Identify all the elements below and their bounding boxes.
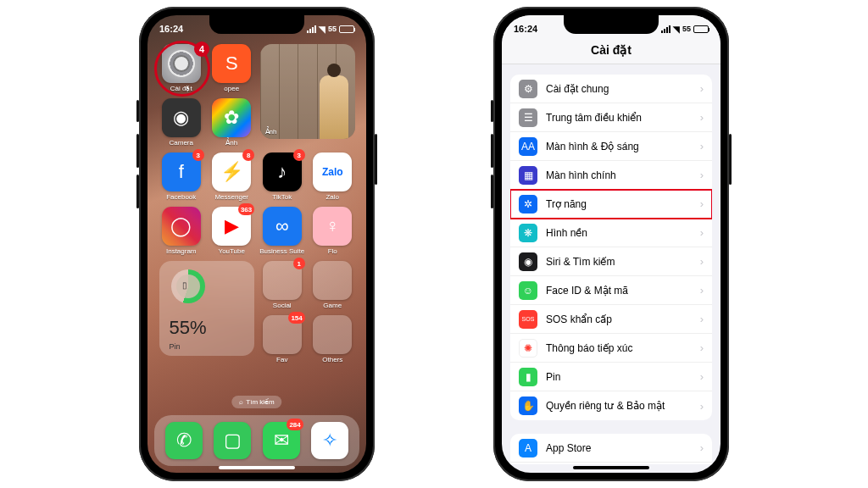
folder-icon: 1 xyxy=(263,261,302,300)
instagram-icon: ◯ xyxy=(162,207,201,246)
app-shopee[interactable]: S opee xyxy=(209,44,256,93)
dock-facetime[interactable]: ▢ xyxy=(214,422,251,459)
dock: ✆ ▢ ✉ 284 ✧ xyxy=(154,415,359,466)
settings-row[interactable]: ☰Trung tâm điều khiển› xyxy=(510,103,712,132)
chevron-right-icon: › xyxy=(700,82,704,95)
settings-screen[interactable]: 16:24 ◥ 55 Cài đặt ⚙Cài đặt chung›☰Trung… xyxy=(502,15,721,473)
messenger-icon: ⚡ 8 xyxy=(212,152,251,191)
battery-icon xyxy=(339,25,354,33)
chevron-right-icon: › xyxy=(700,111,704,124)
row-label: Siri & Tìm kiếm xyxy=(546,256,700,268)
app-business-suite[interactable]: ∞ Business Suite xyxy=(259,207,306,256)
gear-icon xyxy=(162,44,201,83)
row-icon: ▦ xyxy=(519,166,537,185)
zalo-icon: Zalo xyxy=(313,152,352,191)
youtube-icon: ▶ 363 xyxy=(212,207,251,246)
row-label: Màn hình & Độ sáng xyxy=(546,141,700,152)
app-youtube[interactable]: ▶ 363 YouTube xyxy=(209,207,256,256)
chevron-right-icon: › xyxy=(700,255,704,268)
home-indicator[interactable] xyxy=(219,466,295,469)
wifi-icon: ◥ xyxy=(673,25,680,34)
battery-pct: 55 xyxy=(682,25,691,33)
row-icon: SOS xyxy=(519,310,537,329)
row-icon: A xyxy=(519,439,537,458)
chevron-right-icon: › xyxy=(700,284,704,297)
row-icon: ✺ xyxy=(519,339,537,358)
chevron-right-icon: › xyxy=(700,226,704,239)
settings-row[interactable]: ☺Face ID & Mật mã› xyxy=(510,276,712,305)
page-title: Cài đặt xyxy=(591,43,632,57)
folder-game[interactable]: Game xyxy=(309,261,357,310)
settings-row[interactable]: SOSSOS khẩn cấp› xyxy=(510,305,712,334)
row-label: Trung tâm điều khiển xyxy=(546,112,700,124)
row-label: Cài đặt chung xyxy=(546,83,700,95)
folder-fav[interactable]: 154 Fav xyxy=(259,315,306,364)
app-messenger[interactable]: ⚡ 8 Messenger xyxy=(209,152,256,202)
settings-row[interactable]: ▭Ví & Apple Pay› xyxy=(510,463,712,464)
home-indicator[interactable] xyxy=(573,466,649,469)
meta-icon: ∞ xyxy=(263,207,302,246)
battery-widget[interactable]: ▯ 55% Pin xyxy=(159,261,254,356)
app-settings[interactable]: Cài đặt xyxy=(158,44,205,93)
settings-list[interactable]: ⚙Cài đặt chung›☰Trung tâm điều khiển›AAM… xyxy=(510,75,712,464)
row-icon: ◉ xyxy=(519,252,537,271)
row-icon: ✲ xyxy=(519,195,537,214)
settings-row[interactable]: ❋Hình nền› xyxy=(510,219,712,247)
wifi-icon: ◥ xyxy=(319,25,326,34)
chevron-right-icon: › xyxy=(700,441,704,454)
settings-row[interactable]: ▮Pin› xyxy=(510,363,712,391)
phone-settings: 16:24 ◥ 55 Cài đặt ⚙Cài đặt chung›☰Trung… xyxy=(493,7,729,481)
row-label: Pin xyxy=(546,371,700,383)
settings-row[interactable]: ✺Thông báo tiếp xúc› xyxy=(510,334,712,363)
settings-row[interactable]: ◉Siri & Tìm kiếm› xyxy=(510,247,712,276)
app-photos[interactable]: ✿ Ảnh xyxy=(209,98,256,147)
app-facebook[interactable]: f 3 Facebook xyxy=(158,152,205,202)
home-screen[interactable]: 16:24 ◥ 55 4 Cài đặt S op xyxy=(147,15,366,473)
settings-row[interactable]: AApp Store› xyxy=(510,434,712,463)
spotlight-search[interactable]: ⌕ Tìm kiếm xyxy=(231,396,281,408)
app-flo[interactable]: ♀ Flo xyxy=(309,207,357,256)
dock-messages[interactable]: ✉ 284 xyxy=(263,422,300,459)
dock-safari[interactable]: ✧ xyxy=(311,422,348,459)
row-icon: ☺ xyxy=(519,281,537,300)
row-label: Face ID & Mật mã xyxy=(546,285,700,297)
chevron-right-icon: › xyxy=(700,341,704,354)
phone-home: 16:24 ◥ 55 4 Cài đặt S op xyxy=(139,7,375,481)
app-instagram[interactable]: ◯ Instagram xyxy=(158,207,205,256)
battery-widget-label: Pin xyxy=(170,342,181,351)
facebook-icon: f 3 xyxy=(162,152,201,191)
app-camera[interactable]: ◉ Camera xyxy=(158,98,205,147)
settings-row[interactable]: ▦Màn hình chính› xyxy=(510,161,712,190)
settings-row[interactable]: ✲Trợ năng› xyxy=(510,190,712,219)
phone-outline-icon: ▯ xyxy=(182,280,187,290)
app-zalo[interactable]: Zalo Zalo xyxy=(309,152,357,202)
app-tiktok[interactable]: ♪ 3 TikTok xyxy=(259,152,306,202)
battery-pct: 55 xyxy=(328,25,337,33)
chevron-right-icon: › xyxy=(700,169,704,181)
folder-others[interactable]: Others xyxy=(309,315,357,364)
row-label: Trợ năng xyxy=(546,198,700,210)
settings-row[interactable]: AAMàn hình & Độ sáng› xyxy=(510,132,712,161)
camera-icon: ◉ xyxy=(162,98,201,137)
chevron-right-icon: › xyxy=(700,400,704,413)
cellular-icon xyxy=(661,25,670,33)
dock-phone[interactable]: ✆ xyxy=(165,422,203,459)
row-label: Quyền riêng tư & Bảo mật xyxy=(546,400,700,412)
row-label: Màn hình chính xyxy=(546,169,700,181)
row-label: SOS khẩn cấp xyxy=(546,313,700,325)
row-icon: ⚙ xyxy=(519,80,537,98)
row-label: Hình nền xyxy=(546,227,700,239)
row-icon: AA xyxy=(519,137,537,156)
status-time: 16:24 xyxy=(159,24,183,34)
tiktok-icon: ♪ 3 xyxy=(263,152,302,191)
cellular-icon xyxy=(307,25,316,33)
photos-widget[interactable]: Ảnh xyxy=(260,44,355,139)
row-label: Thông báo tiếp xúc xyxy=(546,342,700,354)
folder-icon xyxy=(313,261,352,300)
folder-social[interactable]: 1 Social xyxy=(259,261,306,310)
settings-row[interactable]: ⚙Cài đặt chung› xyxy=(510,75,712,103)
row-icon: ✋ xyxy=(519,396,537,415)
folder-icon xyxy=(313,315,352,354)
folder-icon: 154 xyxy=(263,315,302,354)
settings-row[interactable]: ✋Quyền riêng tư & Bảo mật› xyxy=(510,391,712,420)
